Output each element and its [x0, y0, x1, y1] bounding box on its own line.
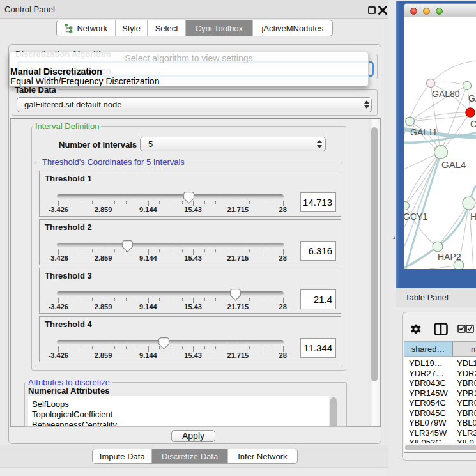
svg-text:GCY1: GCY1: [404, 211, 427, 222]
svg-text:GAL80: GAL80: [432, 89, 460, 99]
svg-text:GAL4: GAL4: [441, 159, 466, 170]
svg-text:H: H: [470, 211, 476, 222]
svg-text:HAP2: HAP2: [438, 252, 461, 262]
svg-text:GAL11: GAL11: [410, 127, 438, 137]
svg-text:GA: GA: [468, 93, 476, 104]
svg-text:C: C: [470, 119, 476, 129]
